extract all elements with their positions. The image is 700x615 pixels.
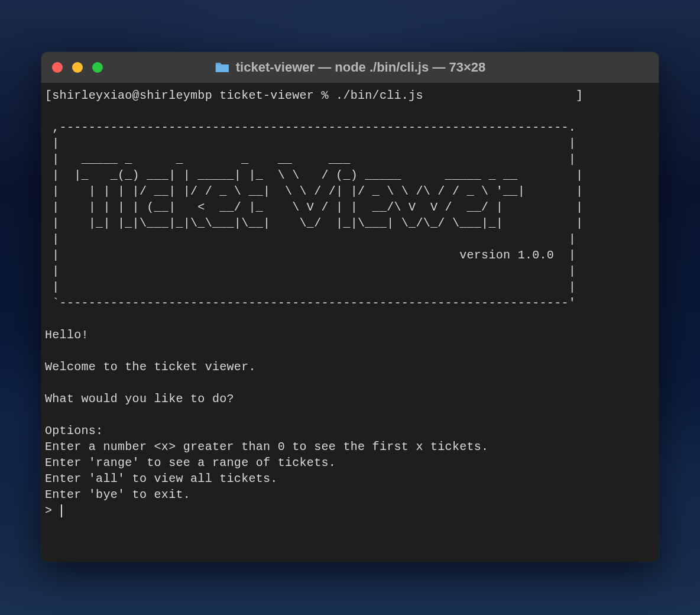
terminal-body[interactable]: [shirleyxiao@shirleymbp ticket-viewer % …: [41, 83, 659, 523]
window-title: ticket-viewer — node ./bin/cli.js — 73×2…: [215, 60, 485, 75]
maximize-button[interactable]: [92, 62, 103, 73]
terminal-window: ticket-viewer — node ./bin/cli.js — 73×2…: [41, 52, 659, 562]
ascii-banner: ,---------------------------------------…: [45, 121, 583, 310]
welcome-text: Welcome to the ticket viewer.: [45, 360, 256, 374]
option-line: Enter a number <x> greater than 0 to see…: [45, 440, 488, 454]
greeting-text: Hello!: [45, 328, 89, 342]
minimize-button[interactable]: [72, 62, 83, 73]
window-controls: [52, 62, 103, 73]
input-prompt[interactable]: >: [45, 504, 60, 517]
option-line: Enter 'range' to see a range of tickets.: [45, 456, 336, 470]
folder-icon: [215, 62, 230, 73]
close-button[interactable]: [52, 62, 63, 73]
options-header: Options:: [45, 424, 103, 438]
title-bar[interactable]: ticket-viewer — node ./bin/cli.js — 73×2…: [41, 52, 659, 83]
shell-prompt: [shirleyxiao@shirleymbp ticket-viewer % …: [45, 89, 583, 102]
window-title-text: ticket-viewer — node ./bin/cli.js — 73×2…: [236, 60, 485, 75]
option-line: Enter 'all' to view all tickets.: [45, 472, 278, 485]
question-text: What would you like to do?: [45, 392, 234, 406]
option-line: Enter 'bye' to exit.: [45, 488, 190, 501]
cursor: [61, 504, 62, 517]
